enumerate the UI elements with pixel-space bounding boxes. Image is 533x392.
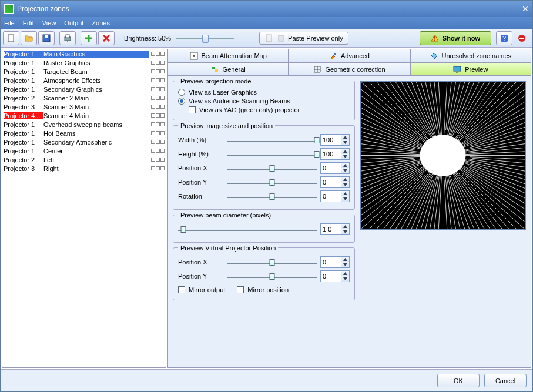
zone-projector: Projector 1 — [4, 86, 43, 93]
zone-row[interactable]: Projector 1Secondary Atmospheric — [2, 138, 166, 146]
tab-general[interactable]: General — [167, 62, 289, 76]
tab-advanced[interactable]: Advanced — [289, 49, 410, 62]
zone-row[interactable]: Projector 1Center — [2, 146, 166, 155]
height-spin[interactable] — [320, 148, 350, 160]
paste-preview-button[interactable]: Paste Preview only — [259, 32, 348, 45]
menu-view[interactable]: View — [42, 19, 56, 26]
svg-line-29 — [463, 166, 525, 207]
vposy-slider[interactable] — [227, 272, 317, 281]
group-projection-mode: Preview projection mode View as Laser Gr… — [173, 81, 355, 120]
open-button[interactable] — [21, 31, 37, 45]
tab-panel-preview: Preview projection mode View as Laser Gr… — [167, 76, 531, 368]
menu-file[interactable]: File — [4, 19, 15, 26]
zone-name: Atmospheric Effects — [43, 77, 149, 84]
beamdia-slider[interactable] — [178, 225, 317, 234]
zone-row[interactable]: Projector 1Raster Graphics — [2, 58, 166, 67]
delete-button[interactable] — [98, 31, 115, 45]
spin-down-icon[interactable] — [341, 140, 349, 145]
zone-name: Scanner 2 Main — [43, 95, 149, 102]
radio-audience-beams[interactable]: View as Audience Scanning Beams — [178, 98, 350, 105]
zone-boxes — [149, 149, 165, 153]
tab-preview[interactable]: Preview — [410, 62, 531, 76]
save-button[interactable] — [38, 31, 55, 45]
ok-button[interactable]: OK — [437, 374, 480, 387]
tab-geometric[interactable]: Geometric correction — [289, 62, 410, 76]
tools-icon — [329, 52, 337, 60]
tab-beam-attenuation[interactable]: Beam Attenuation Map — [167, 49, 289, 62]
zone-boxes — [149, 87, 165, 91]
brightness-slider[interactable] — [176, 33, 234, 43]
add-button[interactable] — [81, 31, 97, 45]
zone-row[interactable]: Projector 2Left — [2, 155, 166, 164]
group-virtual-projector: Preview Virtual Projector Position Posit… — [173, 247, 355, 300]
width-slider[interactable] — [227, 135, 317, 145]
print-button[interactable] — [59, 31, 76, 45]
right-panel: Beam Attenuation Map Advanced Unresolved… — [167, 49, 531, 368]
rot-spin[interactable] — [320, 190, 350, 202]
zone-list[interactable]: Projector 1Main GraphicsProjector 1Raste… — [2, 49, 166, 368]
zone-row[interactable]: Projector 1Secondary Graphics — [2, 85, 166, 93]
beamdia-spin[interactable] — [320, 223, 350, 235]
zone-name: Targeted Beam — [43, 68, 149, 75]
posy-label: Position Y — [178, 179, 224, 186]
zone-row[interactable]: Projector 3Scanner 3 Main — [2, 102, 166, 111]
rot-slider[interactable] — [227, 192, 317, 201]
svg-line-23 — [458, 158, 525, 177]
svg-line-33 — [458, 167, 525, 225]
new-button[interactable] — [3, 31, 19, 45]
zone-row[interactable]: Projector 1Overhead sweeping beams — [2, 120, 166, 129]
svg-line-124 — [458, 82, 524, 141]
zone-row[interactable]: Projector 1Targeted Beam — [2, 67, 166, 76]
zone-projector: Projector 1 — [4, 51, 43, 58]
zone-row[interactable]: Projector 2Scanner 2 Main — [2, 93, 166, 102]
posy-slider[interactable] — [227, 177, 317, 187]
svg-line-77 — [361, 158, 414, 166]
checkbox-mirror-position[interactable]: Mirror position — [237, 286, 289, 293]
menu-edit[interactable]: Edit — [23, 19, 34, 26]
menu-zones[interactable]: Zones — [92, 19, 110, 26]
svg-text:?: ? — [502, 35, 506, 42]
vposx-spin[interactable] — [320, 256, 350, 268]
spin-up-icon[interactable] — [341, 135, 349, 140]
vposx-slider[interactable] — [227, 257, 317, 267]
svg-rect-16 — [215, 69, 218, 72]
vposy-spin[interactable] — [320, 270, 350, 282]
zone-boxes — [149, 158, 165, 162]
menubar: File Edit View Output Zones — [1, 17, 532, 29]
titlebar: Projection zones ✕ — [1, 1, 532, 17]
tab-unresolved[interactable]: Unresolved zone names — [410, 49, 531, 62]
checkbox-mirror-output[interactable]: Mirror output — [178, 286, 225, 293]
svg-rect-2 — [45, 35, 48, 38]
zone-boxes — [149, 69, 165, 73]
posx-slider[interactable] — [227, 163, 317, 173]
width-spin[interactable] — [320, 134, 350, 146]
radio-laser-graphics[interactable]: View as Laser Graphics — [178, 89, 350, 96]
posy-spin[interactable] — [320, 176, 350, 188]
zone-row[interactable]: Projector 3Right — [2, 164, 166, 173]
posx-spin[interactable] — [320, 162, 350, 174]
zone-row[interactable]: Projector 4...Scanner 4 Main — [2, 111, 166, 120]
help-button[interactable]: ? — [496, 31, 512, 45]
close-icon[interactable]: ✕ — [522, 4, 529, 14]
zone-boxes — [149, 52, 165, 56]
paste-icon — [276, 33, 286, 43]
grid-icon — [313, 65, 321, 73]
zone-name: Left — [43, 156, 149, 163]
checkbox-yag-projector[interactable]: View as YAG (green only) projector — [189, 106, 350, 113]
svg-line-66 — [361, 161, 435, 220]
height-slider[interactable] — [227, 149, 317, 159]
zone-row[interactable]: Projector 1Hot Beams — [2, 129, 166, 138]
zone-name: Overhead sweeping beams — [43, 121, 149, 128]
zone-boxes — [149, 140, 165, 144]
paste-label: Paste Preview only — [288, 35, 343, 42]
svg-point-14 — [193, 55, 195, 57]
zone-row[interactable]: Projector 1Atmospheric Effects — [2, 76, 166, 85]
zone-projector: Projector 1 — [4, 77, 43, 84]
zone-row[interactable]: Projector 1Main Graphics — [2, 49, 166, 58]
cancel-button[interactable]: Cancel — [484, 374, 527, 387]
show-it-now-button[interactable]: ! Show it now — [420, 31, 491, 45]
stop-button[interactable] — [514, 31, 530, 45]
svg-line-22 — [467, 159, 525, 172]
menu-output[interactable]: Output — [64, 19, 83, 26]
zone-boxes — [149, 78, 165, 82]
